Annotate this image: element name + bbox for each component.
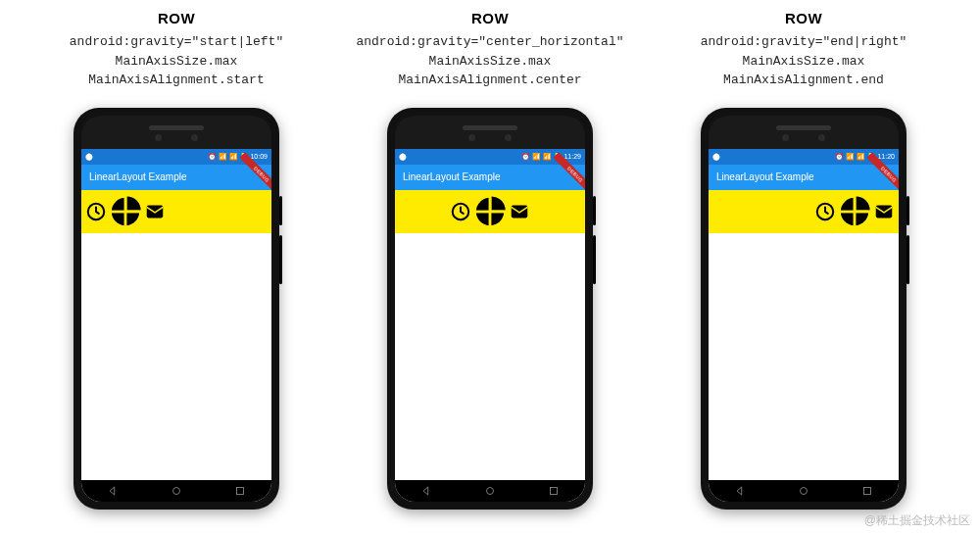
column-title: ROW — [785, 10, 822, 26]
pie-chart-icon — [838, 195, 871, 228]
size-line: MainAxisSize.max — [743, 52, 865, 72]
power-button — [906, 196, 909, 225]
watermark-text: @稀土掘金技术社区 — [864, 512, 970, 529]
back-icon — [419, 484, 433, 498]
phone-screen: ⬤ ⏰ 📶 📶 🔋 11:29 LinearLayout Example DEB… — [395, 149, 585, 502]
mail-icon — [144, 201, 166, 222]
row-widget — [81, 190, 271, 233]
size-line: MainAxisSize.max — [116, 52, 238, 72]
size-line: MainAxisSize.max — [429, 52, 552, 72]
phone-screen: ⬤ ⏰ 📶 📶 🔋 10:09 LinearLayout Example DEB… — [81, 149, 271, 502]
status-right: ⏰ 📶 📶 🔋 10:09 — [208, 153, 268, 161]
recents-icon — [233, 484, 247, 498]
phone-speaker — [149, 125, 204, 130]
back-icon — [733, 484, 747, 498]
recents-icon — [547, 484, 561, 498]
status-time: 11:29 — [564, 153, 581, 160]
home-icon — [483, 484, 497, 498]
volume-button — [279, 235, 282, 284]
app-bar: LinearLayout Example DEBUG — [395, 165, 585, 190]
phone-sensors — [81, 134, 271, 141]
row-widget — [395, 190, 585, 233]
power-button — [279, 196, 282, 225]
phone-frame: ⬤ ⏰ 📶 📶 🔋 11:20 LinearLayout Example DEB… — [701, 108, 906, 510]
phone-frame: ⬤ ⏰ 📶 📶 🔋 11:29 LinearLayout Example DEB… — [387, 108, 593, 510]
gravity-line: android:gravity="end|right" — [701, 32, 907, 52]
screen-body — [395, 233, 585, 480]
example-column: ROW android:gravity="center_horizontal" … — [343, 10, 637, 510]
row-widget — [709, 190, 899, 233]
gravity-line: android:gravity="center_horizontal" — [356, 32, 623, 52]
app-bar: LinearLayout Example DEBUG — [81, 165, 271, 190]
column-title: ROW — [158, 10, 195, 26]
mail-icon — [873, 201, 895, 222]
status-right: ⏰ 📶 📶 🔋 11:29 — [521, 153, 581, 161]
align-line: MainAxisAlignment.start — [88, 71, 264, 90]
phone-screen: ⬤ ⏰ 📶 📶 🔋 11:20 LinearLayout Example DEB… — [709, 149, 899, 502]
diagram-columns: ROW android:gravity="start|left" MainAxi… — [0, 0, 980, 510]
volume-button — [906, 235, 909, 284]
back-icon — [106, 484, 120, 498]
status-time: 10:09 — [250, 153, 268, 160]
app-bar: LinearLayout Example DEBUG — [709, 165, 899, 190]
power-button — [593, 196, 596, 225]
svg-point-2 — [486, 487, 493, 494]
phone-speaker — [776, 125, 831, 130]
align-line: MainAxisAlignment.center — [398, 71, 581, 90]
screen-body — [709, 233, 899, 480]
status-left: ⬤ — [712, 153, 720, 161]
phone-frame: ⬤ ⏰ 📶 📶 🔋 10:09 LinearLayout Example DEB… — [74, 108, 279, 510]
phone-sensors — [709, 134, 899, 141]
phone-sensors — [395, 134, 585, 141]
home-icon — [170, 484, 183, 498]
home-icon — [797, 484, 810, 498]
column-title: ROW — [471, 10, 509, 26]
svg-rect-5 — [863, 487, 870, 494]
android-nav-bar — [395, 480, 585, 502]
android-nav-bar — [709, 480, 899, 502]
appbar-title: LinearLayout Example — [716, 171, 814, 182]
status-left: ⬤ — [85, 153, 93, 161]
clock-icon — [814, 201, 836, 222]
svg-point-0 — [172, 487, 179, 494]
status-time: 11:20 — [877, 153, 895, 160]
appbar-title: LinearLayout Example — [403, 171, 501, 182]
svg-rect-3 — [550, 487, 557, 494]
gravity-line: android:gravity="start|left" — [70, 32, 283, 52]
appbar-title: LinearLayout Example — [89, 171, 187, 182]
example-column: ROW android:gravity="end|right" MainAxis… — [657, 10, 951, 510]
volume-button — [593, 235, 596, 284]
example-column: ROW android:gravity="start|left" MainAxi… — [29, 10, 323, 510]
clock-icon — [450, 201, 471, 222]
screen-body — [81, 233, 271, 480]
android-nav-bar — [81, 480, 271, 502]
pie-chart-icon — [109, 195, 142, 228]
phone-speaker — [463, 125, 517, 130]
pie-chart-icon — [473, 195, 507, 228]
svg-rect-1 — [236, 487, 243, 494]
align-line: MainAxisAlignment.end — [723, 71, 884, 90]
mail-icon — [509, 201, 530, 222]
status-left: ⬤ — [399, 153, 407, 161]
status-right: ⏰ 📶 📶 🔋 11:20 — [835, 153, 895, 161]
clock-icon — [85, 201, 107, 222]
recents-icon — [860, 484, 874, 498]
svg-point-4 — [800, 487, 807, 494]
